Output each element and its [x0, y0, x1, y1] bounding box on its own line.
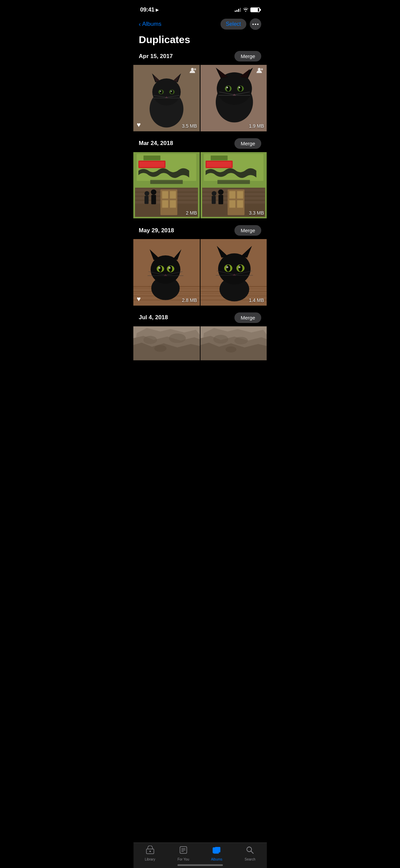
status-bar: 09:41 ▶	[133, 0, 267, 17]
svg-marker-131	[133, 343, 200, 360]
svg-point-35	[226, 87, 228, 88]
group-date: May 29, 2018	[139, 227, 174, 234]
photo-thumbnail[interactable]	[133, 326, 200, 360]
photo-thumbnail[interactable]: ♥ 3.5 MB	[133, 65, 200, 131]
duplicate-group: Apr 15, 2017 Merge	[133, 51, 267, 131]
group-date: Jul 4, 2018	[139, 314, 168, 321]
svg-point-98	[169, 266, 172, 272]
svg-point-13	[160, 90, 163, 94]
svg-point-97	[159, 266, 162, 272]
svg-point-139	[213, 335, 228, 344]
svg-point-16	[171, 91, 172, 92]
time-display: 09:41	[140, 6, 154, 13]
favorite-heart-icon: ♥	[137, 295, 141, 303]
location-arrow-icon: ▶	[156, 8, 158, 12]
svg-point-100	[169, 267, 171, 269]
svg-point-33	[226, 86, 230, 91]
svg-point-36	[239, 87, 240, 88]
svg-rect-83	[211, 196, 215, 204]
merge-button[interactable]: Merge	[234, 51, 261, 61]
photo-grid	[133, 326, 267, 360]
photo-size-badge: 2 MB	[186, 210, 197, 216]
svg-rect-59	[170, 200, 176, 207]
nav-header: ‹ Albums Select	[133, 17, 267, 33]
svg-point-60	[151, 189, 156, 195]
svg-point-34	[239, 86, 242, 91]
svg-point-1	[255, 23, 256, 25]
merge-button[interactable]: Merge	[234, 225, 261, 236]
svg-rect-68	[206, 161, 231, 167]
svg-rect-46	[144, 155, 160, 160]
svg-point-121	[226, 266, 228, 268]
svg-point-114	[218, 253, 250, 285]
wifi-icon	[243, 7, 248, 13]
svg-point-42	[258, 68, 261, 71]
back-label: Albums	[142, 21, 161, 28]
photo-size-badge: 3.3 MB	[249, 210, 264, 216]
photo-thumbnail[interactable]: 2 MB	[133, 152, 200, 219]
svg-point-15	[160, 91, 161, 92]
svg-rect-56	[162, 191, 168, 198]
photo-grid: ♥ 3.5 MB	[133, 65, 267, 131]
photo-thumbnail[interactable]: 3.3 MB	[201, 152, 267, 219]
svg-point-6	[152, 78, 181, 106]
svg-rect-76	[229, 191, 235, 198]
select-button[interactable]: Select	[221, 19, 246, 30]
svg-point-132	[144, 336, 157, 344]
svg-rect-61	[151, 195, 156, 204]
more-button[interactable]	[250, 18, 261, 30]
svg-point-122	[238, 266, 240, 268]
photo-thumbnail[interactable]: 1.4 MB	[201, 239, 267, 306]
people-icon	[256, 68, 264, 74]
svg-point-99	[158, 267, 160, 269]
svg-point-62	[145, 191, 149, 196]
svg-rect-58	[162, 200, 168, 207]
duplicate-group: Jul 4, 2018 Merge	[133, 312, 267, 360]
svg-rect-66	[210, 155, 227, 160]
photo-thumbnail[interactable]	[201, 326, 267, 360]
nav-actions: Select	[221, 18, 261, 30]
svg-rect-63	[145, 196, 149, 204]
svg-point-14	[171, 90, 173, 94]
svg-point-2	[257, 23, 259, 25]
photo-size-badge: 1.9 MB	[249, 123, 264, 129]
photo-thumbnail[interactable]: ♥ 2.8 MB	[133, 239, 200, 306]
merge-button[interactable]: Merge	[234, 138, 261, 149]
photo-grid: ♥ 2.8 MB	[133, 239, 267, 306]
group-header: Mar 24, 2018 Merge	[133, 138, 267, 152]
svg-point-134	[154, 345, 167, 352]
group-header: May 29, 2018 Merge	[133, 225, 267, 239]
svg-point-82	[211, 191, 216, 196]
people-icon	[190, 68, 197, 74]
favorite-heart-icon: ♥	[137, 121, 141, 129]
group-date: Apr 15, 2017	[139, 53, 173, 60]
svg-point-141	[225, 346, 236, 352]
group-header: Apr 15, 2017 Merge	[133, 51, 267, 65]
merge-button[interactable]: Merge	[234, 312, 261, 323]
svg-rect-81	[218, 195, 223, 204]
back-button[interactable]: ‹ Albums	[139, 21, 161, 28]
duplicate-group: May 29, 2018 Merge	[133, 225, 267, 306]
svg-point-22	[191, 68, 194, 71]
svg-rect-69	[217, 180, 250, 184]
svg-point-23	[194, 68, 196, 70]
svg-rect-78	[229, 200, 235, 207]
svg-point-0	[252, 23, 254, 25]
photo-size-badge: 2.8 MB	[182, 297, 197, 303]
svg-rect-77	[237, 191, 243, 198]
scroll-content: Apr 15, 2017 Merge	[133, 51, 267, 394]
photo-thumbnail[interactable]: 1.9 MB	[201, 65, 267, 131]
svg-point-120	[238, 265, 242, 272]
svg-point-119	[226, 265, 230, 272]
svg-point-80	[218, 189, 223, 195]
svg-rect-57	[170, 191, 176, 198]
group-header: Jul 4, 2018 Merge	[133, 312, 267, 326]
svg-point-140	[234, 337, 248, 344]
svg-rect-79	[237, 200, 243, 207]
svg-point-43	[261, 68, 263, 70]
page-title: Duplicates	[133, 33, 267, 51]
signal-strength-icon	[235, 8, 241, 12]
svg-rect-48	[139, 161, 165, 167]
group-date: Mar 24, 2018	[139, 140, 173, 147]
battery-icon	[250, 7, 260, 12]
